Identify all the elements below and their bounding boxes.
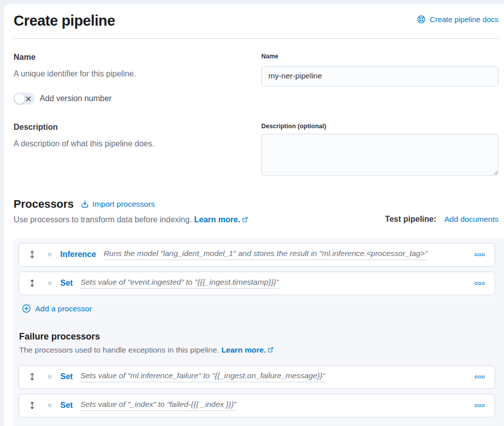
description-field-label: Description (optional) [261, 123, 498, 130]
drag-handle-icon[interactable] [27, 249, 37, 260]
import-icon [81, 200, 89, 208]
add-documents-link[interactable]: Add documents [444, 215, 498, 224]
add-processor-label: Add a processor [35, 304, 92, 313]
name-group-title: Name [14, 53, 251, 62]
processors-section-header: Processors Import processors Use process… [14, 198, 498, 225]
create-pipeline-docs-link[interactable]: Create pipeline docs [417, 15, 498, 24]
processor-pipe-dot [48, 375, 52, 379]
processor-pipe-dot [48, 403, 52, 407]
name-group-help: A unique identifier for this pipeline. [14, 68, 251, 80]
plus-circle-icon [22, 304, 31, 313]
processor-description[interactable]: Runs the model "lang_ident_model_1" and … [104, 249, 428, 260]
docs-link-label: Create pipeline docs [430, 15, 498, 24]
description-field-group: Description (optional) [261, 123, 498, 178]
boxes-horizontal-icon [478, 253, 481, 256]
boxes-horizontal-icon [475, 376, 477, 378]
pipeline-name-input[interactable] [261, 66, 498, 87]
external-link-icon [242, 216, 248, 224]
processors-subtitle-text: Use processors to transform data before … [14, 215, 192, 224]
description-group-help: A description of what this pipeline does… [14, 138, 251, 150]
processor-pipe-dot [48, 252, 52, 257]
processor-name-link[interactable]: Set [60, 279, 73, 288]
boxes-horizontal-icon [475, 282, 477, 285]
processor-menu-button[interactable] [473, 251, 486, 258]
version-toggle-label[interactable]: Add version number [40, 94, 112, 103]
processor-menu-button[interactable] [473, 402, 486, 409]
import-processors-label: Import processors [92, 200, 155, 209]
processors-header-left: Processors Import processors Use process… [14, 198, 248, 225]
drag-handle-icon[interactable] [27, 278, 37, 288]
processor-menu-button[interactable] [473, 280, 486, 287]
description-group-description: Description A description of what this p… [14, 123, 251, 178]
processors-panel: Inference Runs the model "lang_ident_mod… [14, 238, 504, 426]
create-pipeline-page: Create pipeline Create pipeline docs Nam… [4, 4, 504, 426]
failure-subtitle-text: The processors used to handle exceptions… [19, 346, 219, 354]
boxes-horizontal-icon [478, 282, 481, 285]
toggle-off-x-icon [25, 95, 32, 104]
processor-row: Set Sets value of "event.ingested" to "{… [19, 272, 495, 295]
page-header: Create pipeline Create pipeline docs [14, 11, 498, 30]
processor-pipe-dot [48, 281, 52, 285]
drag-handle-icon[interactable] [27, 372, 37, 382]
toggle-knob [14, 93, 25, 104]
name-group-description: Name A unique identifier for this pipeli… [14, 53, 251, 105]
processors-learn-more-link[interactable]: Learn more. [194, 215, 240, 224]
external-link-icon [267, 346, 274, 355]
boxes-horizontal-icon [482, 282, 484, 285]
boxes-horizontal-icon [478, 376, 481, 378]
processors-list: Inference Runs the model "lang_ident_mod… [19, 243, 495, 295]
test-pipeline-label: Test pipeline: [385, 215, 436, 224]
failure-learn-more-link[interactable]: Learn more. [221, 346, 266, 354]
version-toggle-row: Add version number [14, 93, 251, 105]
name-field-label: Name [261, 53, 498, 60]
boxes-horizontal-icon [482, 404, 484, 407]
processors-title: Processors [14, 198, 74, 211]
add-processor-link[interactable]: Add a processor [22, 304, 92, 313]
processor-row: Set Sets value of "_index" to "failed-{{… [19, 394, 495, 417]
test-pipeline-area: Test pipeline: Add documents [385, 215, 498, 225]
name-field-group: Name [261, 53, 498, 105]
failure-processors-title: Failure processors [19, 331, 495, 342]
processor-description[interactable]: Sets value of "event.ingested" to "{{{_i… [80, 278, 279, 289]
boxes-horizontal-icon [475, 253, 477, 256]
header-divider [14, 38, 498, 39]
drag-handle-icon[interactable] [27, 400, 37, 410]
processor-name-link[interactable]: Set [60, 372, 73, 381]
processor-row: Inference Runs the model "lang_ident_mod… [19, 243, 495, 267]
boxes-horizontal-icon [478, 404, 481, 407]
processor-menu-button[interactable] [473, 374, 486, 380]
import-processors-link[interactable]: Import processors [81, 200, 155, 209]
boxes-horizontal-icon [482, 253, 484, 256]
boxes-horizontal-icon [475, 404, 477, 407]
page-title: Create pipeline [14, 12, 115, 30]
description-group-title: Description [14, 123, 251, 132]
processor-description[interactable]: Sets value of "ml.inference_failure" to … [80, 371, 325, 382]
failure-processors-subtitle: The processors used to handle exceptions… [19, 346, 495, 355]
name-form-row: Name A unique identifier for this pipeli… [14, 53, 498, 105]
processor-name-link[interactable]: Set [60, 401, 73, 410]
description-form-row: Description A description of what this p… [14, 123, 498, 178]
add-version-toggle[interactable] [14, 93, 35, 105]
pipeline-description-textarea[interactable] [261, 134, 498, 176]
processor-row: Set Sets value of "ml.inference_failure"… [19, 365, 495, 389]
failure-processors-list: Set Sets value of "ml.inference_failure"… [19, 365, 495, 417]
processor-name-link[interactable]: Inference [60, 250, 96, 259]
documentation-icon [417, 15, 426, 24]
processor-description[interactable]: Sets value of "_index" to "failed-{{{ _i… [80, 400, 237, 411]
boxes-horizontal-icon [482, 376, 484, 378]
processors-subtitle: Use processors to transform data before … [14, 215, 248, 225]
